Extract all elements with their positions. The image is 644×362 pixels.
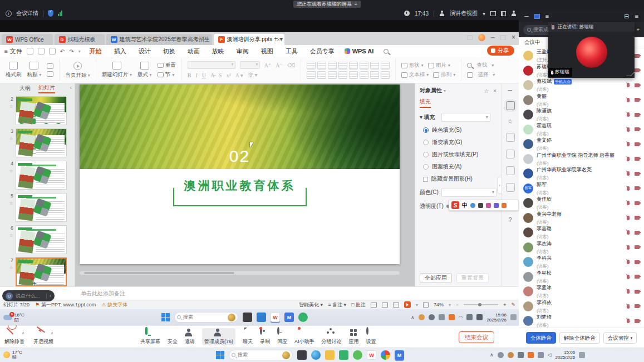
star-strip-icon[interactable]: ☆ xyxy=(508,118,513,125)
member-mic-muted-icon[interactable] xyxy=(627,186,630,191)
layers-strip-icon[interactable] xyxy=(506,133,515,142)
collapse-chat-icon[interactable]: ‹ xyxy=(50,293,51,299)
member-camera-off-icon[interactable] xyxy=(635,275,640,279)
panel-dock-icon[interactable]: ⊟ xyxy=(624,13,629,20)
underline-icon[interactable]: U xyxy=(202,72,206,78)
slide-thumbnail[interactable] xyxy=(16,193,67,222)
wps-taskbar-icon-inner[interactable]: W xyxy=(271,313,280,322)
apply-all-button[interactable]: 全部应用 xyxy=(420,273,452,283)
print-icon[interactable] xyxy=(38,48,45,54)
fill-tab[interactable]: 填充 xyxy=(420,98,431,108)
maximize-icon[interactable] xyxy=(500,35,506,40)
slide-canvas[interactable]: 02 澳洲职业教育体系 ‹ xyxy=(75,83,415,286)
fill-option-radio[interactable]: 图案填充(A) xyxy=(423,163,496,171)
panel-collapse-icon[interactable]: ‹ xyxy=(70,85,72,91)
member-camera-off-icon[interactable] xyxy=(635,54,640,58)
sorter-view-icon[interactable] xyxy=(382,303,388,308)
decrease-font-icon[interactable]: A⁻ xyxy=(276,62,283,68)
security-shield-icon[interactable] xyxy=(48,10,53,17)
meeting-toolbar-button[interactable]: 共享屏幕 xyxy=(140,328,160,345)
ribbon-tab[interactable]: 设计 xyxy=(137,46,152,57)
taskview-icon-inner[interactable] xyxy=(243,313,252,322)
wps-document-tab[interactable]: W WPS Office xyxy=(2,34,53,45)
member-mic-muted-icon[interactable] xyxy=(627,127,630,132)
taskbar-search-outer[interactable]: 搜索 xyxy=(229,350,293,360)
new-tab-button[interactable]: + ▾ xyxy=(274,35,283,43)
slide-thumbnail[interactable] xyxy=(16,161,67,190)
minimize-icon[interactable]: ─ xyxy=(491,34,495,41)
speaker-video-overlay[interactable]: 正在讲话: 苏瑞瑞 苏瑞瑞 xyxy=(548,22,635,78)
ribbon-tab[interactable]: 会员专享 xyxy=(309,46,336,57)
picture-button[interactable]: 图片 ▾ xyxy=(428,62,450,69)
fullscreen-icon[interactable] xyxy=(490,11,496,16)
save-icon[interactable] xyxy=(27,48,33,54)
layout-button[interactable]: 版式 ▾ xyxy=(137,62,152,78)
meeting-toolbar-button[interactable]: AI小助手 xyxy=(294,328,314,345)
wps-document-tab[interactable]: D 找稻壳模板 xyxy=(55,34,105,45)
hide-background-checkbox[interactable]: 隐藏背景图形(H) xyxy=(423,175,496,183)
start-button-outer[interactable] xyxy=(216,351,224,359)
unmute-all-button[interactable]: 解除全体静音 xyxy=(559,332,600,344)
select-button[interactable]: 选择 xyxy=(478,71,488,78)
comment-button[interactable]: □ 批注 xyxy=(351,301,366,309)
horizontal-scrollbar[interactable] xyxy=(80,271,400,275)
properties-caret-icon[interactable]: ▾ xyxy=(444,88,446,93)
taskbar-search-inner[interactable]: 搜索 xyxy=(174,312,238,323)
fill-option-radio[interactable]: 渐变填充(G) xyxy=(423,138,496,146)
arrange-button[interactable]: 排列 ▾ xyxy=(433,71,455,78)
wps-account-avatar[interactable] xyxy=(478,34,485,41)
ribbon-tab[interactable]: 视图 xyxy=(260,46,274,57)
member-row[interactable]: 黄兴中老师 (访客) xyxy=(519,211,644,226)
tab-slides[interactable]: 幻灯片 xyxy=(38,84,55,93)
resize-handle[interactable] xyxy=(626,72,635,76)
close-icon[interactable]: × xyxy=(512,33,515,41)
taskview-icon-outer[interactable] xyxy=(297,350,307,360)
member-mic-muted-icon[interactable] xyxy=(627,216,630,220)
ime-mic-icon[interactable] xyxy=(470,203,475,208)
member-camera-off-icon[interactable] xyxy=(635,186,640,190)
media-strip-icon[interactable] xyxy=(506,183,515,192)
member-row[interactable]: 李杰涛 (访客) xyxy=(519,240,644,255)
phone-link-icon[interactable] xyxy=(538,352,544,358)
wifi-icon[interactable]: ◠ xyxy=(459,315,463,320)
banner-menu-icon[interactable]: ≡ xyxy=(355,1,357,8)
clear-format-icon[interactable]: ⌫ xyxy=(287,62,295,68)
smart-beautify-button[interactable]: 智能美化 ▾ xyxy=(299,301,323,309)
tray-icon[interactable] xyxy=(518,352,524,358)
mute-all-button[interactable]: 全体静音 xyxy=(526,332,556,344)
green-app-icon[interactable] xyxy=(353,350,362,360)
strikethrough-icon[interactable]: A̶ xyxy=(210,72,214,78)
template-source[interactable]: 第一PPT, www.1ppt.com xyxy=(41,301,96,309)
member-camera-off-icon[interactable] xyxy=(635,216,640,220)
slide-thumbnail[interactable] xyxy=(16,225,67,254)
slide-thumbnail[interactable] xyxy=(16,96,67,125)
taskbar-clock-outer[interactable]: 15:062025/2/26 xyxy=(555,350,576,360)
font-name-select[interactable] xyxy=(188,61,235,69)
format-painter-button[interactable]: 格式刷 xyxy=(6,62,22,78)
add-member-icon[interactable]: + xyxy=(636,27,640,33)
meeting-toolbar-button[interactable]: 管理成员(76) xyxy=(202,328,235,345)
share-button[interactable]: 分享 xyxy=(487,46,514,56)
ribbon-tab[interactable]: 放映 xyxy=(211,46,225,57)
zoom-level[interactable]: 74% xyxy=(434,302,444,308)
member-mic-muted-icon[interactable] xyxy=(627,171,630,176)
taskbar-clock-inner[interactable]: 15:062025/2/26 xyxy=(486,313,507,323)
meeting-toolbar-button[interactable]: 分组讨论 xyxy=(322,328,342,345)
sogou-tray-icon[interactable] xyxy=(449,314,455,320)
ribbon-tab[interactable]: 插入 xyxy=(113,46,127,57)
member-row[interactable]: 蔡枝斌手机入会 (访客) xyxy=(519,78,644,93)
weather-widget-inner[interactable]: 6 16°C阴 xyxy=(0,313,24,323)
member-row[interactable]: 广州华商职业学院李名亮 (访客) xyxy=(519,166,644,181)
file-explorer-icon[interactable] xyxy=(325,350,335,360)
member-camera-off-icon[interactable] xyxy=(635,245,640,249)
member-camera-off-icon[interactable] xyxy=(635,113,640,117)
meeting-toolbar-button[interactable]: 录制 xyxy=(260,328,270,345)
zoom-out-icon[interactable]: − xyxy=(456,302,459,308)
tools-strip-icon[interactable] xyxy=(506,150,515,158)
member-mic-muted-icon[interactable] xyxy=(627,275,630,279)
pen-icon[interactable]: ✎ xyxy=(511,302,515,308)
member-mic-muted-icon[interactable] xyxy=(627,201,630,205)
more-caret-icon[interactable]: ▾ xyxy=(78,49,81,54)
member-camera-off-icon[interactable] xyxy=(635,83,640,87)
search-icon[interactable] xyxy=(384,49,389,54)
